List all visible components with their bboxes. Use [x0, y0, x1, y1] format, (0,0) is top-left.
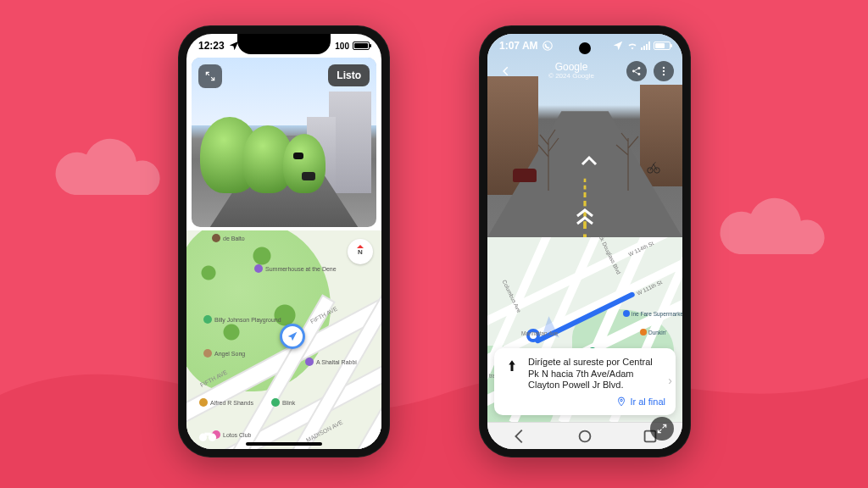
cyclist — [647, 160, 660, 174]
background-wave — [0, 302, 868, 488]
nav-chevron-icon[interactable] — [575, 208, 595, 229]
google-maps-phone: 1:07 AM — [479, 25, 691, 458]
more-menu-button[interactable] — [654, 61, 674, 81]
binoculars-icon — [198, 429, 217, 442]
battery-icon — [654, 42, 670, 50]
end-link-label: Ir al final — [630, 396, 665, 407]
location-icon — [612, 40, 624, 52]
compass-button[interactable]: N — [348, 239, 373, 264]
street-label: Manhattan Ave — [521, 330, 558, 336]
direction-card[interactable]: Dirígete al sureste por Central Pk N hac… — [494, 348, 676, 415]
svg-rect-2 — [204, 432, 210, 435]
whatsapp-icon — [542, 40, 554, 52]
svg-point-13 — [580, 430, 591, 441]
map-poi[interactable]: Angel Song — [203, 349, 245, 358]
chevron-right-icon: › — [668, 374, 672, 387]
done-button[interactable]: Listo — [328, 64, 370, 86]
map-poi[interactable]: Summerhouse at the Dene — [254, 264, 337, 273]
compass-letter: N — [358, 248, 363, 256]
svg-point-10 — [663, 70, 665, 72]
current-location-marker[interactable] — [280, 324, 305, 349]
back-nav-button[interactable] — [510, 427, 529, 446]
svg-point-9 — [663, 67, 665, 69]
parked-car — [513, 169, 537, 182]
expand-button[interactable] — [198, 64, 222, 88]
wifi-icon — [627, 42, 637, 50]
nav-chevron-icon[interactable] — [581, 154, 598, 169]
direction-text: Dirígete al sureste por Central Pk N hac… — [528, 357, 665, 391]
decorative-cloud — [715, 195, 834, 263]
expand-street-view-button[interactable] — [650, 417, 674, 441]
home-indicator[interactable] — [246, 442, 322, 446]
status-time: 12:23 — [198, 40, 225, 52]
svg-point-3 — [542, 42, 552, 51]
map-poi[interactable]: Blink — [271, 398, 295, 407]
cellular-icon — [641, 42, 650, 50]
copyright-label: © 2024 Google — [548, 73, 594, 80]
status-time: 1:07 AM — [499, 40, 538, 52]
apple-map-view[interactable]: FIFTH AVE FIFTH AVE MADISON AVE Summerho… — [186, 230, 381, 449]
share-button[interactable] — [626, 61, 647, 81]
map-poi[interactable]: Billy Johnson Playground — [203, 315, 281, 324]
go-to-end-button[interactable]: Ir al final — [504, 396, 665, 407]
map-poi[interactable]: Dunkin' — [640, 329, 666, 336]
map-poi[interactable]: Lotos Club — [212, 430, 251, 439]
apple-maps-phone: 12:23 100 — [178, 25, 390, 458]
camera-punch-hole — [579, 42, 591, 54]
battery-icon — [353, 42, 370, 50]
done-label: Listo — [337, 69, 361, 81]
home-nav-button[interactable] — [576, 427, 594, 446]
svg-point-11 — [663, 74, 665, 75]
decorative-cloud — [51, 136, 170, 203]
direction-arrow-icon — [504, 357, 520, 375]
map-poi[interactable]: de Balto — [212, 234, 245, 242]
map-poi[interactable]: A Shaltal Rabbi — [305, 358, 357, 366]
street-view-header: Google © 2024 Google — [487, 59, 682, 83]
map-poi[interactable]: ine Fare Supermarket — [623, 310, 682, 317]
map-poi[interactable]: Alfred R Shands — [199, 398, 253, 407]
comparison-canvas: 12:23 100 — [0, 0, 868, 488]
back-button[interactable] — [496, 61, 516, 81]
iphone-notch — [237, 34, 331, 54]
svg-point-12 — [620, 399, 623, 402]
battery-label: 100 — [335, 42, 349, 51]
